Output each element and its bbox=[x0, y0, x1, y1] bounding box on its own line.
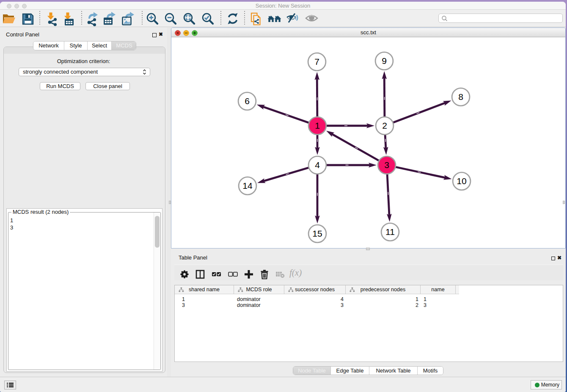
svg-text:9: 9 bbox=[382, 56, 387, 66]
svg-text:6: 6 bbox=[245, 96, 250, 106]
svg-text:4: 4 bbox=[315, 160, 320, 170]
svg-text:3: 3 bbox=[384, 160, 389, 170]
svg-text:15: 15 bbox=[312, 229, 322, 238]
svg-text:2: 2 bbox=[382, 121, 387, 130]
svg-text:11: 11 bbox=[385, 227, 395, 237]
svg-text:7: 7 bbox=[314, 57, 319, 66]
svg-text:14: 14 bbox=[242, 181, 253, 190]
svg-text:1: 1 bbox=[315, 121, 320, 130]
svg-text:10: 10 bbox=[457, 176, 466, 186]
svg-text:8: 8 bbox=[458, 92, 463, 102]
